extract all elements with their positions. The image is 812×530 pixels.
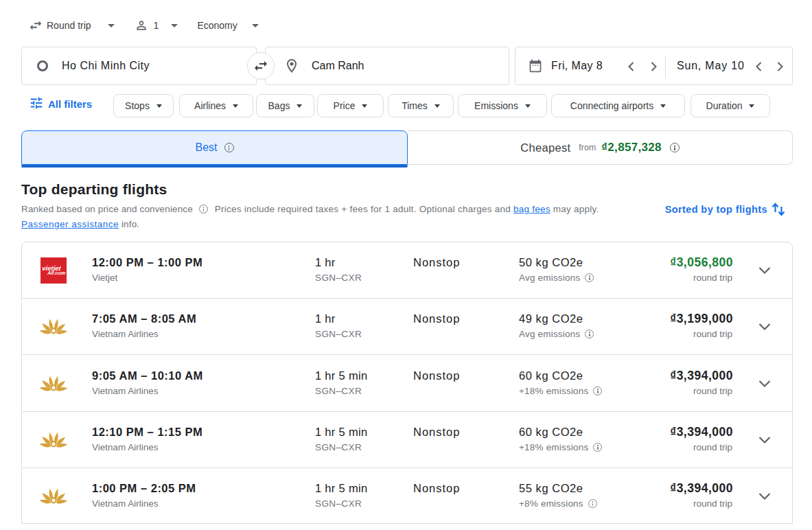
svg-text:Air.com: Air.com: [47, 270, 66, 276]
